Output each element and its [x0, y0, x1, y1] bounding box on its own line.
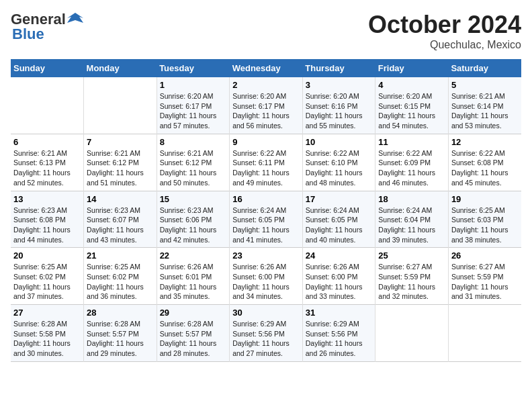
cell-content: Sunrise: 6:24 AM Sunset: 6:05 PM Dayligh… — [306, 205, 373, 245]
day-number: 17 — [306, 194, 373, 204]
calendar-cell: 28Sunrise: 6:28 AM Sunset: 5:57 PM Dayli… — [84, 305, 157, 362]
calendar-week-row: 6Sunrise: 6:21 AM Sunset: 6:13 PM Daylig… — [11, 134, 521, 191]
day-number: 31 — [306, 308, 373, 318]
day-number: 19 — [451, 194, 519, 204]
day-number: 18 — [378, 194, 445, 204]
cell-content: Sunrise: 6:23 AM Sunset: 6:06 PM Dayligh… — [160, 205, 227, 245]
calendar-cell: 3Sunrise: 6:20 AM Sunset: 6:16 PM Daylig… — [302, 77, 375, 134]
calendar-cell: 5Sunrise: 6:21 AM Sunset: 6:14 PM Daylig… — [448, 77, 521, 134]
day-number: 30 — [232, 308, 300, 318]
calendar-header-row: SundayMondayTuesdayWednesdayThursdayFrid… — [11, 59, 521, 77]
day-number: 13 — [13, 194, 81, 204]
calendar-cell: 8Sunrise: 6:21 AM Sunset: 6:12 PM Daylig… — [157, 134, 230, 191]
calendar-table: SundayMondayTuesdayWednesdayThursdayFrid… — [11, 59, 521, 362]
day-number: 28 — [87, 308, 154, 318]
page-header: General Blue October 2024 Quechulac, Mex… — [11, 11, 521, 51]
calendar-cell: 27Sunrise: 6:28 AM Sunset: 5:58 PM Dayli… — [11, 305, 84, 362]
calendar-cell: 22Sunrise: 6:26 AM Sunset: 6:01 PM Dayli… — [157, 248, 230, 305]
location: Quechulac, Mexico — [368, 39, 521, 51]
day-number: 23 — [232, 250, 300, 261]
svg-marker-0 — [67, 13, 83, 23]
calendar-week-row: 20Sunrise: 6:25 AM Sunset: 6:02 PM Dayli… — [11, 248, 521, 305]
cell-content: Sunrise: 6:25 AM Sunset: 6:03 PM Dayligh… — [451, 205, 519, 245]
cell-content: Sunrise: 6:28 AM Sunset: 5:57 PM Dayligh… — [87, 319, 154, 359]
cell-content: Sunrise: 6:21 AM Sunset: 6:12 PM Dayligh… — [87, 148, 154, 188]
calendar-cell: 16Sunrise: 6:24 AM Sunset: 6:05 PM Dayli… — [230, 191, 303, 248]
cell-content: Sunrise: 6:21 AM Sunset: 6:14 PM Dayligh… — [451, 91, 519, 131]
cell-content: Sunrise: 6:20 AM Sunset: 6:15 PM Dayligh… — [378, 91, 445, 131]
calendar-cell: 25Sunrise: 6:27 AM Sunset: 5:59 PM Dayli… — [375, 248, 449, 305]
day-number: 20 — [13, 250, 81, 261]
day-number: 11 — [378, 137, 445, 147]
calendar-cell: 10Sunrise: 6:22 AM Sunset: 6:10 PM Dayli… — [302, 134, 375, 191]
day-number: 8 — [160, 137, 227, 147]
title-block: October 2024 Quechulac, Mexico — [368, 11, 521, 51]
calendar-cell: 31Sunrise: 6:29 AM Sunset: 5:56 PM Dayli… — [302, 305, 375, 362]
day-number: 4 — [378, 80, 445, 90]
day-number: 15 — [160, 194, 227, 204]
cell-content: Sunrise: 6:27 AM Sunset: 5:59 PM Dayligh… — [451, 262, 519, 302]
cell-content: Sunrise: 6:20 AM Sunset: 6:17 PM Dayligh… — [232, 91, 300, 131]
calendar-cell: 21Sunrise: 6:25 AM Sunset: 6:02 PM Dayli… — [84, 248, 157, 305]
day-number: 22 — [160, 250, 227, 261]
cell-content: Sunrise: 6:23 AM Sunset: 6:07 PM Dayligh… — [87, 205, 154, 245]
cell-content: Sunrise: 6:28 AM Sunset: 5:58 PM Dayligh… — [13, 319, 81, 359]
cell-content: Sunrise: 6:24 AM Sunset: 6:04 PM Dayligh… — [378, 205, 445, 245]
cell-content: Sunrise: 6:28 AM Sunset: 5:57 PM Dayligh… — [160, 319, 227, 359]
cell-content: Sunrise: 6:21 AM Sunset: 6:13 PM Dayligh… — [13, 148, 81, 188]
cell-content: Sunrise: 6:26 AM Sunset: 6:00 PM Dayligh… — [306, 262, 373, 302]
day-number: 6 — [13, 137, 81, 147]
day-number: 1 — [160, 80, 227, 90]
day-number: 10 — [306, 137, 373, 147]
weekday-header: Tuesday — [157, 59, 230, 77]
calendar-cell: 2Sunrise: 6:20 AM Sunset: 6:17 PM Daylig… — [230, 77, 303, 134]
weekday-header: Monday — [84, 59, 157, 77]
calendar-cell: 18Sunrise: 6:24 AM Sunset: 6:04 PM Dayli… — [375, 191, 449, 248]
calendar-cell: 24Sunrise: 6:26 AM Sunset: 6:00 PM Dayli… — [302, 248, 375, 305]
day-number: 7 — [87, 137, 154, 147]
calendar-cell — [448, 305, 521, 362]
calendar-cell: 19Sunrise: 6:25 AM Sunset: 6:03 PM Dayli… — [448, 191, 521, 248]
weekday-header: Wednesday — [230, 59, 303, 77]
cell-content: Sunrise: 6:26 AM Sunset: 6:00 PM Dayligh… — [232, 262, 300, 302]
cell-content: Sunrise: 6:26 AM Sunset: 6:01 PM Dayligh… — [160, 262, 227, 302]
day-number: 9 — [232, 137, 300, 147]
day-number: 14 — [87, 194, 154, 204]
weekday-header: Thursday — [302, 59, 375, 77]
day-number: 27 — [13, 308, 81, 318]
cell-content: Sunrise: 6:20 AM Sunset: 6:16 PM Dayligh… — [306, 91, 373, 131]
weekday-header: Sunday — [11, 59, 84, 77]
calendar-cell: 6Sunrise: 6:21 AM Sunset: 6:13 PM Daylig… — [11, 134, 84, 191]
calendar-cell: 15Sunrise: 6:23 AM Sunset: 6:06 PM Dayli… — [157, 191, 230, 248]
calendar-cell: 4Sunrise: 6:20 AM Sunset: 6:15 PM Daylig… — [375, 77, 449, 134]
calendar-cell: 12Sunrise: 6:22 AM Sunset: 6:08 PM Dayli… — [448, 134, 521, 191]
calendar-cell: 23Sunrise: 6:26 AM Sunset: 6:00 PM Dayli… — [230, 248, 303, 305]
day-number: 16 — [232, 194, 300, 204]
calendar-cell — [375, 305, 449, 362]
cell-content: Sunrise: 6:20 AM Sunset: 6:17 PM Dayligh… — [160, 91, 227, 131]
day-number: 29 — [160, 308, 227, 318]
cell-content: Sunrise: 6:21 AM Sunset: 6:12 PM Dayligh… — [160, 148, 227, 188]
cell-content: Sunrise: 6:22 AM Sunset: 6:10 PM Dayligh… — [306, 148, 373, 188]
logo-bird-icon — [66, 12, 85, 27]
calendar-cell: 7Sunrise: 6:21 AM Sunset: 6:12 PM Daylig… — [84, 134, 157, 191]
day-number: 24 — [306, 250, 373, 261]
calendar-cell: 14Sunrise: 6:23 AM Sunset: 6:07 PM Dayli… — [84, 191, 157, 248]
calendar-week-row: 27Sunrise: 6:28 AM Sunset: 5:58 PM Dayli… — [11, 305, 521, 362]
cell-content: Sunrise: 6:29 AM Sunset: 5:56 PM Dayligh… — [306, 319, 373, 359]
logo-blue: Blue — [12, 26, 44, 43]
cell-content: Sunrise: 6:23 AM Sunset: 6:08 PM Dayligh… — [13, 205, 81, 245]
cell-content: Sunrise: 6:22 AM Sunset: 6:08 PM Dayligh… — [451, 148, 519, 188]
calendar-cell: 26Sunrise: 6:27 AM Sunset: 5:59 PM Dayli… — [448, 248, 521, 305]
calendar-cell: 20Sunrise: 6:25 AM Sunset: 6:02 PM Dayli… — [11, 248, 84, 305]
day-number: 5 — [451, 80, 519, 90]
calendar-cell: 17Sunrise: 6:24 AM Sunset: 6:05 PM Dayli… — [302, 191, 375, 248]
logo: General Blue — [11, 11, 85, 43]
cell-content: Sunrise: 6:24 AM Sunset: 6:05 PM Dayligh… — [232, 205, 300, 245]
day-number: 2 — [232, 80, 300, 90]
day-number: 25 — [378, 250, 445, 261]
cell-content: Sunrise: 6:25 AM Sunset: 6:02 PM Dayligh… — [13, 262, 81, 302]
month-title: October 2024 — [368, 11, 521, 39]
calendar-cell — [84, 77, 157, 134]
calendar-cell: 9Sunrise: 6:22 AM Sunset: 6:11 PM Daylig… — [230, 134, 303, 191]
